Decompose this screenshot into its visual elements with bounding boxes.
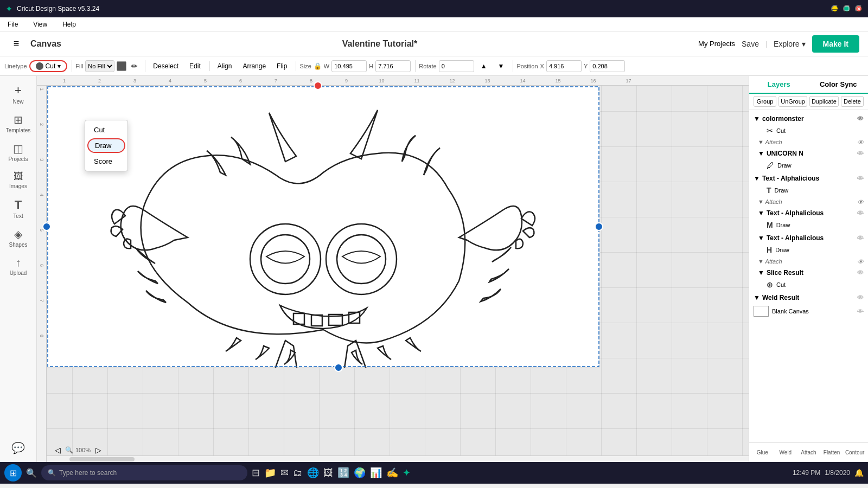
scrollbar-horizontal[interactable] (47, 455, 749, 462)
layer-group-header-alpha2[interactable]: ▼ Text - Alphalicious 👁 (749, 207, 868, 219)
glue-button[interactable]: Glue (751, 445, 774, 460)
scrollbar-thumb[interactable] (69, 457, 135, 461)
eye-icon-unicorn[interactable]: 👁 (857, 150, 864, 157)
sidebar-item-projects[interactable]: ◫ Projects (2, 139, 35, 165)
linetype-option-score[interactable]: Score (85, 154, 127, 169)
width-input[interactable] (331, 60, 367, 72)
layer-group-header-unicorn[interactable]: ▼ UNICORN N 👁 (749, 147, 868, 159)
flip-button[interactable]: Flip (272, 61, 291, 71)
fill-edit-button[interactable]: ✏ (129, 60, 141, 72)
eye-icon-blank[interactable]: 👁 (857, 307, 864, 315)
edit-button[interactable]: Edit (185, 61, 205, 71)
layer-group-header-colormonster[interactable]: ▼ colormonster 👁 (749, 113, 868, 125)
sidebar-item-feedback[interactable]: 💬 (2, 438, 35, 458)
eye-icon-alpha1[interactable]: 👁 (857, 175, 864, 182)
notification-icon[interactable]: 🔔 (854, 468, 864, 477)
search-button-taskbar[interactable]: 🔍 (26, 468, 37, 478)
taskbar-icon-calculator[interactable]: 🔢 (337, 467, 349, 479)
eye-icon-attach1[interactable]: 👁 (857, 139, 864, 146)
sidebar-item-shapes[interactable]: ◈ Shapes (2, 224, 35, 251)
layer-item-alpha3-draw[interactable]: H Draw (749, 244, 868, 256)
zoom-out-button[interactable]: ◁ (52, 445, 63, 455)
eye-icon-slice[interactable]: 👁 (857, 269, 864, 277)
save-button[interactable]: Save (742, 40, 759, 48)
group-button[interactable]: Group (754, 96, 776, 107)
fill-color-swatch[interactable] (117, 61, 126, 71)
deselect-button[interactable]: Deselect (149, 61, 183, 71)
y-input[interactable] (590, 60, 625, 72)
taskbar-icon-files[interactable]: 🗂 (293, 467, 303, 479)
ungroup-button[interactable]: UnGroup (778, 96, 807, 107)
weld-button[interactable]: Weld (775, 445, 797, 460)
linetype-option-cut[interactable]: Cut (85, 123, 127, 137)
taskbar-icon-outlook[interactable]: 📊 (370, 467, 382, 479)
taskbar-icon-file-explorer[interactable]: 📁 (264, 467, 276, 479)
canvas-area[interactable]: 1 2 3 4 5 6 7 8 9 10 11 12 13 14 15 16 1… (37, 76, 749, 462)
layer-group-header-slice[interactable]: ▼ Slice Result 👁 (749, 267, 868, 279)
layer-item-colormonster-cut[interactable]: ✂ Cut (749, 125, 868, 137)
minimize-button[interactable]: — (831, 5, 839, 12)
taskbar-icon-chrome[interactable]: 🌐 (307, 467, 319, 479)
menu-file[interactable]: File (4, 20, 21, 29)
taskbar-icon-mail[interactable]: ✉ (280, 467, 289, 479)
taskbar-icon-cricut[interactable]: ✦ (403, 467, 411, 479)
menu-help[interactable]: Help (59, 20, 79, 29)
sidebar-item-text[interactable]: T Text (2, 195, 35, 222)
eye-icon-alpha2[interactable]: 👁 (857, 209, 864, 217)
sidebar-item-upload[interactable]: ↑ Upload (2, 253, 35, 279)
rotate-down[interactable]: ▼ (494, 61, 509, 71)
taskbar-icon-edge[interactable]: 🌍 (354, 467, 366, 479)
duplicate-button[interactable]: Duplicate (809, 96, 839, 107)
sidebar-item-images[interactable]: 🖼 Images (2, 168, 35, 192)
taskbar-icon-wacom[interactable]: ✍ (386, 467, 398, 479)
x-input[interactable] (546, 60, 582, 72)
taskbar-search[interactable]: 🔍 Type here to search (41, 465, 247, 480)
eye-icon-attach2[interactable]: 👁 (857, 198, 864, 206)
make-it-button[interactable]: Make It (812, 35, 859, 53)
hamburger-menu[interactable]: ≡ (9, 36, 24, 52)
eye-icon-colormonster[interactable]: 👁 (857, 115, 864, 123)
taskbar-icon-task-view[interactable]: ⊟ (252, 467, 260, 479)
eye-icon-attach3[interactable]: 👁 (857, 258, 864, 266)
arrange-button[interactable]: Arrange (238, 61, 270, 71)
layer-group-header-weld[interactable]: ▼ Weld Result 👁 (749, 292, 868, 304)
delete-button[interactable]: Delete (841, 96, 864, 107)
linetype-dropdown[interactable]: Cut ▾ (29, 60, 68, 72)
attach-button[interactable]: Attach (797, 445, 820, 460)
rotate-input[interactable] (439, 60, 474, 72)
layer-item-slice-cut[interactable]: ⊕ Cut (749, 279, 868, 291)
layer-item-blank-canvas[interactable]: Blank Canvas 👁 (749, 304, 868, 319)
fill-select[interactable]: No Fill (85, 60, 114, 72)
eye-icon-alpha3[interactable]: 👁 (857, 234, 864, 242)
eye-icon-weld[interactable]: 👁 (857, 294, 864, 301)
handle-right-center[interactable] (595, 222, 603, 231)
contour-button[interactable]: Contour (844, 445, 866, 460)
handle-left-center[interactable] (42, 222, 51, 231)
layer-group-header-alpha3[interactable]: ▼ Text - Alphalicious 👁 (749, 232, 868, 244)
handle-bottom-center[interactable] (334, 363, 343, 372)
my-projects-link[interactable]: My Projects (698, 40, 735, 48)
zoom-in-button[interactable]: ▷ (93, 445, 104, 455)
close-button[interactable]: ✕ (855, 5, 863, 12)
handle-top-center[interactable] (314, 81, 322, 90)
explore-button[interactable]: Explore ▾ (774, 40, 805, 48)
layer-group-header-alpha1[interactable]: ▼ Text - Alphalicious 👁 (749, 172, 868, 184)
layer-item-alpha1-draw[interactable]: T Draw (749, 184, 868, 196)
flatten-button[interactable]: Flatten (821, 445, 843, 460)
start-button[interactable]: ⊞ (4, 464, 22, 481)
linetype-option-draw[interactable]: Draw (87, 138, 125, 153)
tab-layers[interactable]: Layers (749, 76, 809, 94)
rotate-up[interactable]: ▲ (476, 61, 492, 71)
taskbar-icon-photos[interactable]: 🖼 (323, 467, 333, 479)
restore-button[interactable]: ❐ (843, 5, 851, 12)
layer-item-alpha2-draw[interactable]: M Draw (749, 219, 868, 231)
menu-view[interactable]: View (30, 20, 50, 29)
sidebar-item-new[interactable]: + New (2, 80, 35, 108)
layer-group-text-alpha2: ▼ Text - Alphalicious 👁 M Draw (749, 207, 868, 231)
height-input[interactable] (375, 60, 411, 72)
sidebar-item-templates[interactable]: ⊞ Templates (2, 110, 35, 137)
tab-color-sync[interactable]: Color Sync (809, 76, 869, 93)
app-title: ✦ Cricut Design Space v5.3.24 (5, 4, 99, 14)
layer-item-unicorn-draw[interactable]: 🖊 Draw (749, 159, 868, 171)
align-button[interactable]: Align (213, 61, 237, 71)
